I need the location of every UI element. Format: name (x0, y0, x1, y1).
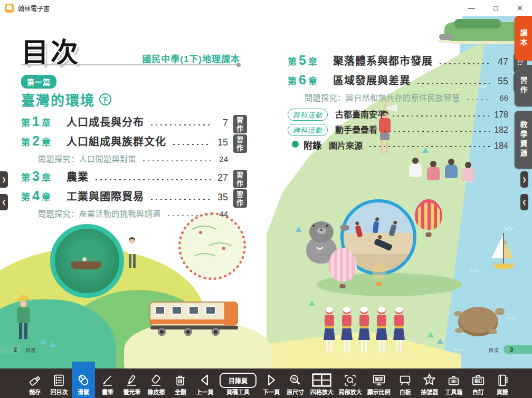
train-window (188, 306, 199, 315)
number-picker-button[interactable]: 7 抽號器 (418, 368, 441, 398)
quad-zoom-button[interactable]: 四格放大 (308, 368, 336, 398)
chapter-suffix: 章 (42, 115, 51, 129)
hot-air-balloon-pink (328, 248, 357, 281)
left-panel-collapse-button[interactable]: ❮ (0, 194, 8, 210)
appendix-title: 圖片來源 (329, 139, 363, 151)
toc-activity-row[interactable]: 跨科活動 動手疊疊看 182 (288, 123, 508, 135)
page-number-tool-button[interactable]: 目錄頁 頁碼工具 (217, 368, 259, 398)
toolbar-item-label: 自訂 (472, 390, 484, 395)
dot-leader (149, 123, 211, 127)
dancer-top (359, 315, 369, 326)
right-panel-collapse-button[interactable]: ❮ (520, 194, 528, 210)
wave-icon: 〰 (470, 264, 478, 277)
dancer-skirt (341, 326, 353, 340)
grid-icon (312, 373, 331, 387)
toc-chapter-row[interactable]: 第2章 人口組成與族群文化 15 習作 (21, 133, 228, 148)
part-title-text: 臺灣的環境 (21, 90, 95, 109)
activity-tag: 跨科活動 (288, 109, 328, 121)
toolbar-item-label: 下一頁 (262, 390, 280, 395)
toc-chapter-row[interactable]: 第1章 人口成長與分布 7 習作 (21, 114, 228, 129)
chapter-prefix: 第 (21, 190, 30, 203)
svg-text:自訂: 自訂 (474, 378, 482, 383)
toc-chapter-row[interactable]: 第6章 區域發展與差異 55 習作 (288, 72, 508, 87)
tree-icon (428, 332, 434, 337)
tab-teaching-resources[interactable]: 教學資源 (515, 111, 532, 169)
dancer-top (394, 315, 404, 326)
toc-page-button[interactable]: 目錄頁 (220, 373, 256, 388)
display-ratio-button[interactable]: 固定 顯示比例 (365, 368, 393, 398)
toolbox-button[interactable]: 工具箱 (442, 368, 466, 398)
book-icon (495, 373, 509, 387)
minimize-button[interactable]: — (459, 0, 483, 16)
toc-chapter-row[interactable]: 第4章 工業與國際貿易 35 習作 (21, 188, 228, 203)
custom-button[interactable]: 自訂 自訂 (467, 368, 490, 398)
toc-list-icon (52, 373, 66, 387)
workbook-badge[interactable]: 習作 (233, 189, 247, 208)
chapter-number: 第1章 (21, 114, 66, 129)
back-to-toc-button[interactable]: 回目次 (48, 368, 71, 398)
toolbar-item-label: 原尺寸 (287, 390, 304, 395)
tab-workbook[interactable]: 習作 (515, 65, 532, 106)
toolbar-icon-wrap: 固定 (372, 372, 386, 388)
train-wheel (158, 328, 166, 336)
next-page-button[interactable]: 下一頁 (260, 368, 283, 398)
toc-activity-row[interactable]: 跨科活動 古都臺南安平 178 (288, 108, 508, 120)
case-icon: 自訂 (471, 373, 486, 387)
toolbar-icon-wrap (312, 372, 331, 388)
toc-sub-row[interactable]: 問題探究：人口問題與對策 24 (21, 153, 228, 164)
workbook-badge[interactable]: 習作 (233, 170, 247, 188)
right-panel-expand-button[interactable]: ❯ (520, 171, 528, 188)
dot-leader (416, 82, 491, 85)
bullet-icon (292, 141, 299, 148)
page-number: 184 (493, 141, 508, 151)
eraser-tool-button[interactable]: 橡皮擦 (145, 368, 168, 398)
sub-entry-title: 問題探究：產業活動的挑戰與調適 (38, 208, 161, 219)
dancer-top (377, 315, 386, 326)
maximize-button[interactable]: □ (483, 0, 508, 16)
prev-page-button[interactable]: 上一頁 (193, 368, 216, 398)
toc-appendix-row[interactable]: 附錄 圖片來源 184 (288, 138, 508, 150)
delete-all-button[interactable]: 全刪 (169, 368, 192, 398)
chapter-prefix: 第 (21, 135, 30, 148)
toolbar-item-label: 工具箱 (445, 390, 462, 395)
toc-sub-row[interactable]: 問題探究：產業活動的挑戰與調適 44 (21, 208, 228, 219)
highlighter-tool-button[interactable]: 螢光筆 (120, 368, 144, 398)
photo-person (373, 221, 379, 233)
chapter-number: 第6章 (288, 72, 333, 88)
tab-label: 課本 (518, 29, 529, 48)
workbook-badge[interactable]: 習作 (233, 115, 247, 133)
toolbar-icon-wrap: 目錄頁 (220, 372, 256, 388)
whiteboard-button[interactable]: 白板 (394, 368, 417, 398)
chapter-prefix: 第 (288, 74, 297, 87)
toc-chapter-row[interactable]: 第3章 農業 27 習作 (21, 169, 228, 183)
dancer-skirt (393, 326, 405, 340)
save-button[interactable]: 儲存 (23, 368, 46, 398)
chapter-suffix: 章 (308, 54, 317, 67)
highlighter-icon (125, 373, 139, 387)
original-size-button[interactable]: % 原尺寸 (284, 368, 307, 398)
photo-person (355, 225, 363, 238)
tab-textbook[interactable]: 課本 (515, 16, 532, 61)
dot-leader (149, 198, 211, 201)
pen-tool-button[interactable]: 畫筆 (96, 368, 119, 398)
chapter-title: 區域發展與差異 (333, 72, 411, 88)
dot-leader (172, 143, 211, 146)
workbook-badge[interactable]: 習作 (233, 134, 247, 153)
dancer (322, 307, 337, 360)
chapter-title: 農業 (66, 169, 89, 184)
toc-chapter-row[interactable]: 第5章 聚落體系與都市發展 47 習作 (288, 53, 508, 67)
mouse-icon (76, 373, 91, 387)
close-button[interactable]: ✕ (508, 0, 532, 16)
left-panel-expand-button[interactable]: ❯ (0, 171, 8, 188)
toolbar-icon-wrap: 7 (422, 372, 437, 388)
mouse-tool-button[interactable]: 滑鼠 (72, 362, 95, 398)
toolbar-icon-wrap (173, 372, 187, 388)
sitting-person (445, 164, 458, 178)
partial-zoom-button[interactable]: 局部放大 (337, 368, 364, 398)
chapter-num: 5 (299, 53, 306, 68)
page-tabs-button[interactable]: 頁籤 (491, 368, 514, 398)
sitting-person (427, 167, 440, 180)
toc-sub-row[interactable]: 問題探究：與自然和諧共存的原住民族智慧 66 (288, 92, 508, 103)
chapter-num: 1 (32, 114, 40, 129)
part-volume-mark: 下 (99, 93, 111, 105)
